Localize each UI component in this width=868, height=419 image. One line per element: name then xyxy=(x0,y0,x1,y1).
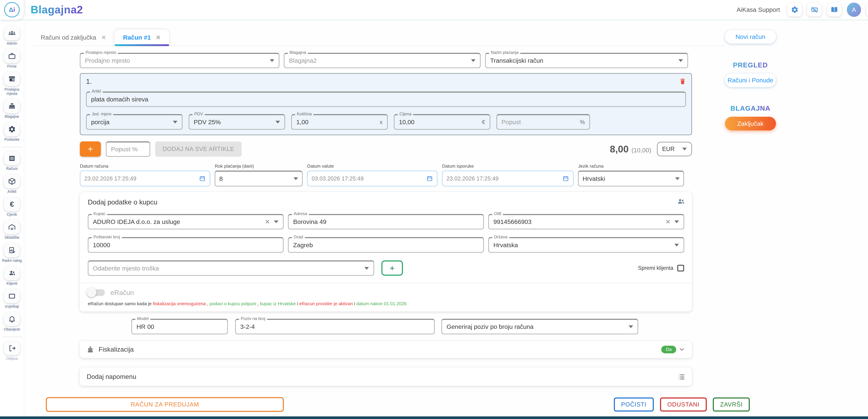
postanski-broj-input[interactable]: Poštanski broj 10000 xyxy=(88,237,284,252)
grad-input[interactable]: Grad Zagreb xyxy=(288,237,484,252)
tab-racuni-od-zakljucka[interactable]: Računi od zaključka ✕ xyxy=(32,30,115,46)
settings-button[interactable] xyxy=(787,3,802,17)
app-logo[interactable]: Δi xyxy=(0,0,24,20)
calendar-icon[interactable] xyxy=(426,175,433,182)
sidebar-item-prodajna-mjesta[interactable]: Prodajna mjesta xyxy=(0,72,24,96)
sidebar-item-skladiste[interactable]: Skladište xyxy=(0,220,24,240)
close-icon[interactable]: ✕ xyxy=(101,34,106,41)
pdv-select[interactable]: PDV PDV 25% xyxy=(189,114,285,129)
add-cost-center-button[interactable]: + xyxy=(381,260,403,276)
sidebar-item-obavijesti[interactable]: Obavijesti xyxy=(0,312,24,332)
apply-discount-all-button[interactable]: DODAJ NA SVE ARTIKLE xyxy=(155,141,242,157)
odustani-button[interactable]: ODUSTANI xyxy=(660,397,707,412)
article-card: 1. Artikl plata domaćih sireva Jed. mjer… xyxy=(80,73,692,135)
calendar-icon[interactable] xyxy=(199,175,206,182)
sidebar-item-izvjestaji[interactable]: Izvještaji xyxy=(0,289,24,309)
zakljucak-button[interactable]: Zaključak xyxy=(725,117,776,130)
tab-bar: Računi od zaključka ✕ Račun #1 ✕ xyxy=(32,28,725,46)
kupac-select[interactable]: Kupac ADURO IDEJA d.o.o. za usluge ✕ xyxy=(88,214,284,229)
notifications-button[interactable] xyxy=(866,3,868,17)
sidebar-item-firme[interactable]: Firme xyxy=(0,49,24,69)
chevron-down-icon xyxy=(629,325,633,328)
keyboard-toggle-button[interactable] xyxy=(807,3,822,17)
datum-valute-field: Datum valute 03.03.2026 17:25:49 xyxy=(307,163,437,186)
spremi-klijenta-checkbox[interactable] xyxy=(677,265,684,271)
user-name: AiKasa Support xyxy=(737,6,780,13)
chevron-down-icon[interactable] xyxy=(678,346,685,353)
rok-placanja-select[interactable]: 8 xyxy=(215,171,303,186)
napomena-title: Dodaj napomenu xyxy=(87,373,136,381)
chevron-down-icon xyxy=(270,59,274,62)
blagajna-select[interactable]: Blagajna Blagajna2 xyxy=(284,53,480,68)
jezik-racuna-select[interactable]: Hrvatski xyxy=(578,171,684,186)
sidebar-item-cjenik[interactable]: € Cjenik xyxy=(0,197,24,217)
cijena-input[interactable]: Cijena 10,00 € xyxy=(394,114,490,129)
nacin-placanja-select[interactable]: Način plaćanja Transakcijski račun xyxy=(485,53,688,68)
generiraj-poziv-select[interactable]: Generiraj poziv po broju računa xyxy=(441,319,638,334)
sidebar-item-odjava[interactable]: Odjava xyxy=(0,341,24,361)
novi-racun-button[interactable]: Novi račun xyxy=(725,30,776,43)
kolicina-input[interactable]: Količina 1,00 x xyxy=(291,114,388,129)
fiskalizacija-row[interactable]: Fiskalizacija Da xyxy=(80,341,692,358)
bell-icon xyxy=(8,315,16,323)
datum-isporuke-input[interactable]: 23.02.2026 17:25:49 xyxy=(442,171,574,186)
calendar-icon[interactable] xyxy=(562,175,569,182)
model-input[interactable]: Model HR 00 xyxy=(131,319,228,334)
sidebar-item-blagajne[interactable]: Blagajne xyxy=(0,99,24,119)
datum-racuna-input[interactable]: 23.02.2026 17:25:49 xyxy=(80,171,210,186)
mjesto-troska-select[interactable]: Odaberite mjesto troška xyxy=(88,260,374,276)
avatar[interactable]: A xyxy=(847,3,861,17)
people-icon[interactable] xyxy=(677,197,685,206)
currency-select[interactable]: EUR xyxy=(657,142,692,156)
gear-icon xyxy=(791,6,799,14)
chevron-down-icon xyxy=(675,177,680,180)
notes-icon xyxy=(678,373,685,380)
popust-input[interactable]: Popust % xyxy=(496,114,590,129)
racuni-i-ponude-button[interactable]: Računi i Ponude xyxy=(725,73,776,87)
customer-card: Dodaj podatke o kupcu Kupac ADURO IDEJA … xyxy=(80,192,692,311)
pocisti-button[interactable]: POČISTI xyxy=(614,397,654,412)
datum-valute-input[interactable]: 03.03.2026 17:25:49 xyxy=(307,171,437,186)
jed-mjere-select[interactable]: Jed. mjere porcija xyxy=(86,114,182,129)
tab-racun-1[interactable]: Račun #1 ✕ xyxy=(115,30,169,46)
chevron-down-icon xyxy=(276,121,280,123)
euro-icon: € xyxy=(10,200,14,208)
poziv-na-broj-input[interactable]: Poziv na broj 3-2-4 xyxy=(235,319,435,334)
total-amount: 8,00 xyxy=(610,144,629,155)
close-icon[interactable]: ✕ xyxy=(156,34,161,41)
clients-icon xyxy=(8,269,16,277)
clear-icon[interactable]: ✕ xyxy=(265,219,270,225)
drzava-select[interactable]: Država Hrvatska xyxy=(488,237,684,252)
sidebar-item-admin[interactable]: Admin xyxy=(0,26,24,46)
artikl-input[interactable]: Artikl plata domaćih sireva xyxy=(86,92,686,107)
eracun-label: eRačun xyxy=(111,289,134,297)
fiskalizacija-title: Fiskalizacija xyxy=(99,346,134,353)
sidebar-divider xyxy=(2,147,22,147)
dodaj-napomenu-row[interactable]: Dodaj napomenu xyxy=(80,367,692,386)
keyboard-off-icon xyxy=(810,6,818,14)
clear-icon[interactable]: ✕ xyxy=(665,219,671,225)
docs-button[interactable] xyxy=(827,3,842,17)
prodajno-mjesto-select[interactable]: Prodajno mjesto Prodajno mjesto xyxy=(80,53,279,68)
trash-icon[interactable] xyxy=(679,77,686,86)
global-popust-input[interactable]: Popust % xyxy=(106,141,150,157)
reports-icon xyxy=(8,292,16,300)
sidebar-item-klijenti[interactable]: Klijenti xyxy=(0,266,24,286)
chevron-down-icon xyxy=(675,244,679,246)
oib-select[interactable]: OIB 99145666903 ✕ xyxy=(488,214,684,229)
pregled-heading: PREGLED xyxy=(725,61,776,69)
gear-icon xyxy=(8,125,16,133)
bottom-bar xyxy=(0,416,868,419)
sidebar-divider xyxy=(2,337,22,337)
spremi-klijenta-label: Spremi klijenta xyxy=(638,265,673,271)
sidebar-item-artikli[interactable]: Artikli xyxy=(0,174,24,194)
adresa-input[interactable]: Adresa Borovina 49 xyxy=(288,214,484,229)
sidebar-item-racuni[interactable]: Računi xyxy=(0,151,24,171)
eracun-toggle[interactable] xyxy=(88,289,105,296)
blagajna-heading: BLAGAJNA xyxy=(725,104,776,112)
add-article-button[interactable]: + xyxy=(80,141,101,157)
racun-za-predujam-button[interactable]: RAČUN ZA PREDUJAM xyxy=(46,397,284,412)
fiscal-register-icon xyxy=(87,346,94,353)
sidebar-item-radni-nalog[interactable]: Radni nalog xyxy=(0,243,24,263)
sidebar-item-postavke[interactable]: Postavke xyxy=(0,122,24,142)
